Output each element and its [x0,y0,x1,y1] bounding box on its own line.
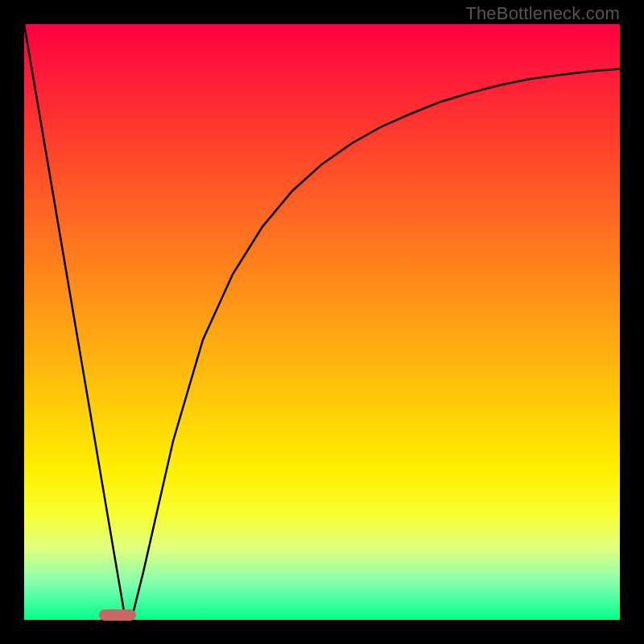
chart-frame: TheBottleneck.com [0,0,644,644]
watermark-text: TheBottleneck.com [465,3,620,24]
bottleneck-curve [24,24,620,620]
optimal-marker [99,609,136,621]
